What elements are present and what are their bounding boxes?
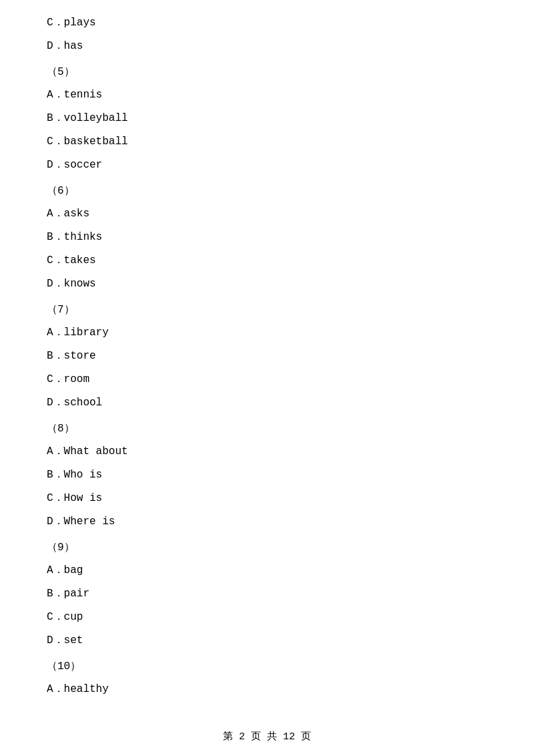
item-d-knows: D．knows [47,274,487,294]
item-a-asks: A．asks [47,204,487,224]
item-d-where-is: D．Where is [47,512,487,532]
item-a-bag: A．bag [47,561,487,580]
item-a-what-about: A．What about [47,442,487,461]
item-q6: （6） [47,182,487,201]
item-c-cup: C．cup [47,608,487,627]
item-q10: （10） [47,657,487,677]
item-d-set: D．set [47,631,487,650]
item-d-school: D．school [47,393,487,413]
footer-text: 第 2 页 共 12 页 [223,731,311,743]
item-q5: （5） [47,63,487,82]
page-footer: 第 2 页 共 12 页 [0,730,534,743]
item-q8: （8） [47,419,487,439]
item-b-thinks: B．thinks [47,228,487,247]
item-c-plays: C．plays [47,13,487,33]
item-b-pair: B．pair [47,584,487,604]
item-c-how-is: C．How is [47,489,487,508]
item-b-who-is: B．Who is [47,465,487,485]
item-a-tennis: A．tennis [47,85,487,105]
item-q7: （7） [47,301,487,320]
item-d-has: D．has [47,37,487,56]
item-a-healthy: A．healthy [47,680,487,699]
item-b-store: B．store [47,347,487,366]
page-content: C．playsD．has（5）A．tennisB．volleyballC．bas… [0,0,534,743]
item-b-volleyball: B．volleyball [47,109,487,128]
item-d-soccer: D．soccer [47,156,487,175]
item-a-library: A．library [47,323,487,343]
item-c-room: C．room [47,370,487,389]
item-c-basketball: C．basketball [47,132,487,152]
item-q9: （9） [47,538,487,558]
item-c-takes: C．takes [47,251,487,270]
